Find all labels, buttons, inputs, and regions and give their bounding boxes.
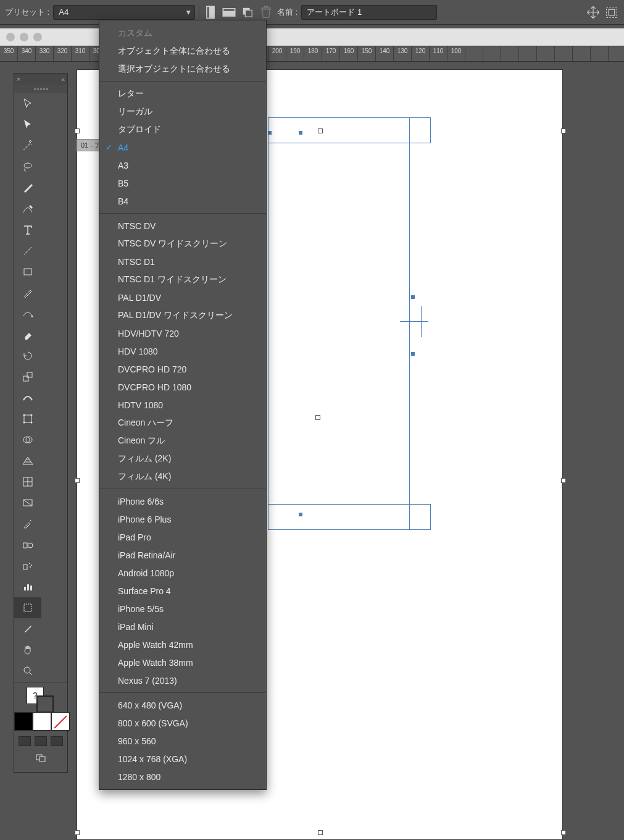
lasso-tool-icon[interactable] <box>14 156 41 177</box>
preset-option[interactable]: Cineon ハーフ <box>99 414 266 432</box>
preset-option[interactable]: HDTV 1080 <box>99 396 266 414</box>
curvature-tool-icon[interactable] <box>14 198 41 219</box>
new-artboard-icon[interactable] <box>240 5 255 20</box>
selection-tool-icon[interactable] <box>14 93 41 114</box>
move-with-artboard-icon[interactable] <box>586 5 601 20</box>
preset-option[interactable]: Apple Watch 42mm <box>99 636 266 653</box>
anchor-point[interactable] <box>268 131 272 135</box>
anchor-point[interactable] <box>411 352 415 356</box>
type-tool-icon[interactable] <box>14 219 41 240</box>
slice-tool-icon[interactable] <box>14 618 41 639</box>
guide-line[interactable] <box>400 321 428 322</box>
draw-behind-icon[interactable] <box>35 736 47 746</box>
landscape-orientation-icon[interactable] <box>222 5 236 20</box>
preset-option[interactable]: B5 <box>99 174 266 192</box>
column-graph-tool-icon[interactable] <box>14 576 41 597</box>
free-transform-tool-icon[interactable] <box>14 408 41 429</box>
preset-option[interactable]: HDV/HDTV 720 <box>99 324 266 342</box>
artboard-tool-icon[interactable] <box>14 597 41 618</box>
draw-normal-icon[interactable] <box>19 736 31 746</box>
width-tool-icon[interactable] <box>14 387 41 408</box>
guide-line[interactable] <box>421 306 422 337</box>
preset-option[interactable]: iPhone 5/5s <box>99 600 266 618</box>
preset-option[interactable]: レター <box>99 85 266 103</box>
selection-handle[interactable] <box>75 830 80 835</box>
panel-grip[interactable] <box>14 85 67 93</box>
swatch-black[interactable] <box>14 712 33 731</box>
preset-option[interactable]: iPad Retina/Air <box>99 546 266 564</box>
paintbrush-tool-icon[interactable] <box>14 282 41 303</box>
guide-rect[interactable] <box>268 504 431 530</box>
preset-select[interactable]: A4 <box>53 5 195 20</box>
preset-option[interactable]: リーガル <box>99 103 266 120</box>
preset-option[interactable]: iPad Mini <box>99 618 266 636</box>
scale-tool-icon[interactable] <box>14 366 41 387</box>
panel-header[interactable]: × « <box>14 74 67 85</box>
preset-option[interactable]: フィルム (4K) <box>99 468 266 485</box>
preset-option[interactable]: DVCPRO HD 1080 <box>99 378 266 396</box>
selection-handle[interactable] <box>561 830 566 835</box>
symbol-sprayer-tool-icon[interactable] <box>14 555 41 576</box>
horizontal-ruler[interactable]: 3503403303203103002902802702602502402302… <box>0 46 624 62</box>
selection-handle[interactable] <box>315 415 320 420</box>
blend-tool-icon[interactable] <box>14 534 41 555</box>
minimize-window-icon[interactable] <box>20 33 28 41</box>
preset-option[interactable]: A4 <box>99 138 266 156</box>
preset-option[interactable]: B4 <box>99 192 266 210</box>
preset-option[interactable]: Surface Pro 4 <box>99 582 266 600</box>
preset-option[interactable]: Nexus 7 (2013) <box>99 671 266 689</box>
preset-option[interactable]: iPhone 6 Plus <box>99 510 266 528</box>
mesh-tool-icon[interactable] <box>14 471 41 492</box>
rotate-tool-icon[interactable] <box>14 345 41 366</box>
preset-option[interactable]: HDV 1080 <box>99 342 266 360</box>
pen-tool-icon[interactable] <box>14 177 41 198</box>
preset-option[interactable]: iPad Pro <box>99 528 266 546</box>
draw-inside-icon[interactable] <box>51 736 63 746</box>
preset-option[interactable]: Apple Watch 38mm <box>99 653 266 671</box>
shaper-tool-icon[interactable] <box>14 303 41 324</box>
preset-option[interactable]: 960 x 560 <box>99 732 266 750</box>
swatch-white[interactable] <box>33 712 51 731</box>
anchor-point[interactable] <box>411 295 415 299</box>
preset-option[interactable]: Cineon フル <box>99 432 266 450</box>
screen-mode-icon[interactable] <box>14 747 67 768</box>
shape-builder-tool-icon[interactable] <box>14 429 41 450</box>
selection-handle[interactable] <box>561 478 566 483</box>
canvas[interactable]: 01 - ア <box>0 62 624 840</box>
preset-option[interactable]: 1024 x 768 (XGA) <box>99 750 266 768</box>
preset-option[interactable]: フィルム (2K) <box>99 450 266 468</box>
preset-option[interactable]: Android 1080p <box>99 564 266 582</box>
close-window-icon[interactable] <box>6 33 15 41</box>
zoom-window-icon[interactable] <box>33 33 42 41</box>
preset-option[interactable]: タブロイド <box>99 120 266 138</box>
preset-option[interactable]: オブジェクト全体に合わせる <box>99 42 266 60</box>
selection-handle[interactable] <box>561 128 566 133</box>
swatch-none[interactable] <box>51 712 70 731</box>
collapse-icon[interactable]: « <box>61 75 65 83</box>
preset-option[interactable]: NTSC D1 ワイドスクリーン <box>99 271 266 288</box>
preset-option[interactable]: PAL D1/DV <box>99 288 266 306</box>
close-icon[interactable]: × <box>17 75 20 83</box>
preset-option[interactable]: 800 x 600 (SVGA) <box>99 714 266 732</box>
artboard-options-icon[interactable] <box>604 5 619 20</box>
preset-option[interactable]: DVCPRO HD 720 <box>99 360 266 378</box>
fill-stroke-swatch[interactable]: ? <box>14 684 67 709</box>
anchor-point[interactable] <box>299 513 302 516</box>
preset-option[interactable]: NTSC D1 <box>99 253 266 271</box>
perspective-grid-tool-icon[interactable] <box>14 450 41 471</box>
line-tool-icon[interactable] <box>14 240 41 261</box>
preset-option[interactable]: 1280 x 800 <box>99 768 266 786</box>
magic-wand-tool-icon[interactable] <box>14 135 41 156</box>
preset-option[interactable]: PAL D1/DV ワイドスクリーン <box>99 306 266 324</box>
anchor-point[interactable] <box>299 131 302 135</box>
eyedropper-tool-icon[interactable] <box>14 513 41 534</box>
rectangle-tool-icon[interactable] <box>14 261 41 282</box>
hand-tool-icon[interactable] <box>14 639 41 660</box>
eraser-tool-icon[interactable] <box>14 324 41 345</box>
preset-option[interactable]: NTSC DV <box>99 217 266 235</box>
selection-handle[interactable] <box>318 830 323 835</box>
preset-option[interactable]: 選択オブジェクトに合わせる <box>99 60 266 78</box>
zoom-tool-icon[interactable] <box>14 660 41 681</box>
preset-option[interactable]: 640 x 480 (VGA) <box>99 696 266 714</box>
portrait-orientation-icon[interactable] <box>203 5 218 20</box>
